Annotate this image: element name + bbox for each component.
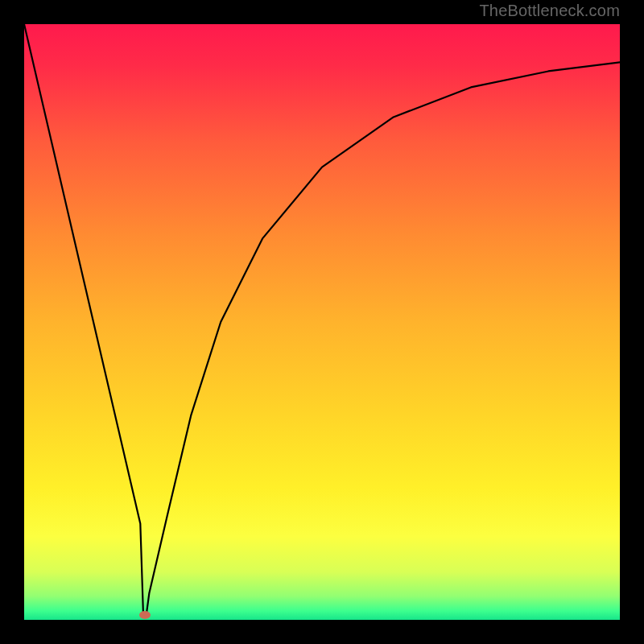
bottleneck-marker bbox=[139, 611, 151, 619]
chart-frame: TheBottleneck.com bbox=[0, 0, 644, 644]
watermark-text: TheBottleneck.com bbox=[479, 2, 620, 20]
bottleneck-curve bbox=[24, 24, 620, 620]
plot-area bbox=[24, 24, 620, 620]
